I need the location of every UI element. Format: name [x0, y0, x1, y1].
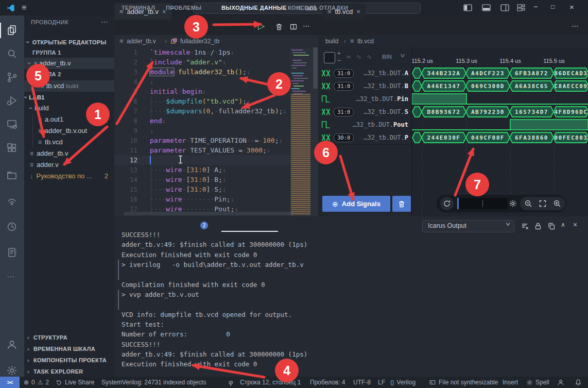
code-line-8[interactable]: end↓	[150, 116, 166, 126]
eol-status[interactable]: LF	[378, 377, 385, 388]
notifications-bell-icon[interactable]	[575, 379, 582, 386]
split-editor-icon[interactable]	[289, 23, 298, 31]
tree-item--...[interactable]: ↓Руководство по ...2	[24, 171, 114, 182]
output-channel-select[interactable]: Icarus Output ∨	[422, 220, 514, 232]
code-line-1[interactable]: `timescale·1ns·/·1ps↓	[150, 47, 234, 57]
signal-row-S[interactable]: 31:0…32_tb.DUT.S	[318, 106, 411, 119]
add-signals-button[interactable]: ⊕ Add Signals	[322, 196, 390, 212]
code-line-2[interactable]: `include·"adder.v"↓	[150, 57, 227, 67]
activity-settings-icon[interactable]	[6, 365, 18, 376]
panel-tab-problems[interactable]: ПРОБЛЕМЫ	[166, 0, 201, 15]
close-panel-icon[interactable]: ×	[573, 221, 577, 229]
code-line-5[interactable]: initial·begin↓	[150, 87, 206, 96]
output-content[interactable]: SUCCESS!!!adder_tb.v:49: $finish called …	[114, 230, 588, 377]
editor-scrollbar[interactable]	[313, 47, 318, 89]
vcd-more-actions-icon[interactable]: ⋯	[572, 22, 579, 30]
code-line-10[interactable]: parameter·TIME_OPERATION··=·100;↓	[150, 136, 283, 145]
remote-indicator[interactable]: ><	[0, 377, 20, 388]
insert-mode-status[interactable]: Insert	[503, 377, 518, 388]
code-line-16[interactable]: ····wire········Pin;↓	[150, 194, 234, 204]
minimap[interactable]	[290, 47, 318, 216]
wave-zoom-in-small[interactable]: +	[337, 50, 340, 56]
signal-row-A[interactable]: 31:0…32_tb.DUT.A	[318, 67, 411, 80]
problems-status[interactable]: ⊗0 ⚠2	[24, 377, 49, 388]
close-window-icon[interactable]: ×	[569, 3, 574, 11]
radix-chevron-icon[interactable]: ∨	[400, 52, 406, 59]
feedback-person-icon[interactable]	[557, 379, 564, 386]
activity-account-icon[interactable]	[6, 339, 18, 350]
signal-row-B[interactable]: 31:0…32_tb.DUT.B	[318, 80, 411, 93]
minimize-icon[interactable]: −	[533, 2, 538, 11]
bus-style-icon[interactable]: ≍	[346, 53, 351, 60]
remove-signals-button[interactable]	[392, 196, 411, 212]
synthesizable-status[interactable]: File not synthesizable	[429, 377, 498, 388]
activity-search-icon[interactable]	[6, 48, 18, 60]
toggle-secondary-sidebar-icon[interactable]	[500, 4, 509, 11]
tree-item-adder.v[interactable]: ≡adder.v	[24, 159, 114, 171]
breadcrumb[interactable]: ≡ adder_tb.v › fulladder32_tb	[114, 35, 318, 47]
editor-more-actions-icon[interactable]: ⋯	[303, 22, 310, 30]
activity-remote-explorer-icon[interactable]	[6, 119, 18, 130]
signal-row-Pout[interactable]: …32_tb.DUT.Pout	[318, 119, 411, 132]
section-timeline[interactable]: ›ВРЕМЕННАЯ ШКАЛА	[24, 344, 114, 354]
panel-tab-debug-console[interactable]: КОНСОЛЬ ОТЛАДКИ	[288, 0, 348, 15]
trash-icon[interactable]	[275, 23, 283, 31]
section-structure[interactable]: ›СТРУКТУРА	[24, 332, 114, 343]
serial-port-icon[interactable]: φ	[229, 377, 233, 388]
reload-button[interactable]	[440, 197, 454, 210]
maximize-icon[interactable]: □	[551, 3, 555, 10]
sidebar-more-icon[interactable]: ⋯	[101, 18, 108, 26]
section-project-components[interactable]: ›КОМПОНЕНТЫ ПРОЕКТА	[24, 355, 114, 365]
activity-more-icon[interactable]: ⋯	[7, 272, 14, 281]
open-editors-header[interactable]: ›ОТКРЫТЫЕ РЕДАКТОРЫ	[24, 37, 114, 47]
indentation-status[interactable]: Пробелов: 4	[310, 377, 345, 388]
radix-select[interactable]: BIN	[382, 54, 392, 60]
lock-scroll-icon[interactable]	[534, 222, 542, 230]
toggle-panel-icon[interactable]	[482, 4, 491, 11]
zoom-in-icon[interactable]	[553, 199, 561, 208]
activity-project-folder-icon[interactable]	[6, 170, 18, 181]
wave-settings-gear-icon[interactable]	[509, 199, 517, 208]
toggle-sidebar-icon[interactable]	[463, 4, 472, 11]
open-in-editor-icon[interactable]	[547, 222, 556, 230]
activity-run-debug-icon[interactable]	[6, 95, 18, 106]
wave-canvas[interactable]: 344B232AA4DCF2236FB3A87286DECAD3A46E1347…	[412, 66, 588, 216]
code-line-9[interactable]: ↓	[150, 126, 154, 136]
clear-output-icon[interactable]	[521, 222, 529, 230]
activity-esp-idf-icon[interactable]	[6, 195, 18, 207]
signal-row-Pin[interactable]: …32_tb.DUT.Pin	[318, 93, 411, 106]
run-verilog-icon[interactable]: ▷	[258, 21, 265, 31]
section-task-explorer[interactable]: ›TASK EXPLORER	[24, 366, 114, 377]
analog-style-icon-2[interactable]: ∿	[367, 53, 372, 60]
horizontal-scrollbar[interactable]	[124, 212, 293, 215]
code-line-3[interactable]: module·fulladder32_tb();↓	[150, 67, 251, 77]
tree-item-tb.vcd[interactable]: ≡tb.vcd	[24, 137, 114, 148]
code-line-4[interactable]: ↓	[150, 77, 154, 87]
time-cursor-input[interactable]	[457, 198, 507, 209]
analog-style-icon[interactable]: ∿	[356, 53, 361, 60]
maximize-panel-icon[interactable]: ∧	[561, 221, 565, 228]
systemverilog-status[interactable]: SystemVerilog: 24731 indexed objects	[101, 377, 206, 388]
panel-tab-output[interactable]: ВЫХОДНЫЕ ДАННЫЕ	[221, 0, 287, 15]
tree-item-adder_tb.v.out[interactable]: ≡adder_tb.v.out	[24, 125, 114, 137]
close-tab-icon[interactable]: ×	[356, 8, 360, 15]
code-line-11[interactable]: parameter·TEST_VALUES·=·3000;↓	[150, 145, 271, 155]
activity-serial-monitor-icon[interactable]	[6, 221, 18, 232]
panel-tab-terminal[interactable]: ТЕРМИНАЛ	[122, 0, 155, 15]
menu-icon[interactable]: ≡	[22, 3, 26, 12]
zoom-out-icon[interactable]	[524, 199, 532, 208]
activity-extensions-icon[interactable]	[6, 142, 18, 154]
code-line-7[interactable]: ····$dumpvars(0,·fulladder32_tb);↓	[150, 106, 287, 116]
wave-zoom-out-small[interactable]: −	[337, 57, 341, 64]
activity-notebook-icon[interactable]	[6, 247, 18, 258]
workspace-root[interactable]: ›LAB1	[24, 92, 114, 103]
code-line-13[interactable]: ····wire·[31:0]·A;↓	[150, 165, 227, 175]
vcd-breadcrumb[interactable]: build › ≡ tb.vcd	[318, 35, 588, 47]
zoom-fit-icon[interactable]	[539, 199, 547, 208]
wave-color-box[interactable]	[324, 52, 335, 63]
activity-source-control-icon[interactable]	[6, 72, 18, 83]
code-line-14[interactable]: ····wire·[31:0]·B;↓	[150, 175, 227, 184]
code-line-6[interactable]: ····$dumpfile("tb.vcd");↓	[150, 96, 251, 106]
tree-item-adder_tb.v[interactable]: ≡adder_tb.v	[24, 148, 114, 159]
encoding-status[interactable]: UTF-8	[353, 377, 371, 388]
